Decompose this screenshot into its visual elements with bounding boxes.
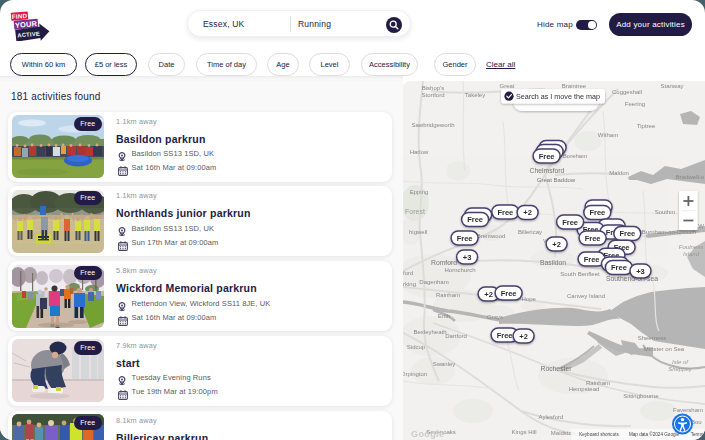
svg-text:Maldon: Maldon: [609, 170, 629, 176]
svg-text:Grays: Grays: [487, 314, 503, 320]
svg-text:Free: Free: [457, 234, 473, 243]
svg-text:Erith: Erith: [438, 313, 450, 319]
svg-text:Boreham: Boreham: [563, 153, 587, 159]
svg-text:Rainham: Rainham: [436, 292, 460, 298]
svg-text:South Benfleet: South Benfleet: [560, 271, 600, 277]
svg-text:Isle of: Isle of: [672, 359, 689, 365]
svg-text:Orpington: Orpington: [403, 371, 427, 377]
svg-text:Keyboard shortcuts: Keyboard shortcuts: [579, 432, 619, 437]
svg-text:Free: Free: [562, 218, 578, 227]
svg-text:Terms: Terms: [691, 432, 704, 437]
svg-text:Great: Great: [499, 83, 514, 89]
svg-text:Free: Free: [584, 255, 600, 264]
svg-text:Map data ©2024 Google: Map data ©2024 Google: [629, 431, 680, 437]
svg-text:Bishop's: Bishop's: [422, 85, 445, 91]
svg-text:Billericay: Billericay: [518, 229, 542, 235]
svg-text:Island: Island: [683, 251, 700, 257]
svg-text:Chelmsford: Chelmsford: [530, 167, 565, 174]
svg-text:Stanway: Stanway: [660, 83, 683, 89]
svg-text:+2: +2: [523, 208, 532, 217]
svg-text:Witham: Witham: [598, 132, 618, 138]
svg-text:Free: Free: [585, 234, 601, 243]
svg-text:Free: Free: [497, 208, 513, 217]
svg-text:Feering: Feering: [625, 101, 645, 107]
svg-text:Bradwell-o: Bradwell-o: [676, 174, 705, 180]
svg-text:Epping: Epping: [410, 189, 429, 195]
svg-text:Swanley: Swanley: [433, 361, 456, 367]
svg-text:Free: Free: [611, 263, 627, 272]
svg-text:Coggeshall: Coggeshall: [612, 89, 642, 95]
svg-text:rking: rking: [403, 281, 416, 287]
svg-text:Free: Free: [497, 331, 513, 340]
svg-text:+3: +3: [636, 267, 645, 276]
svg-text:Brentwood: Brentwood: [477, 233, 506, 239]
svg-text:Sheerness: Sheerness: [638, 335, 667, 341]
svg-text:Romford: Romford: [431, 259, 457, 266]
svg-text:Free: Free: [501, 289, 517, 298]
svg-text:Tiptree: Tiptree: [637, 123, 656, 129]
svg-text:+2: +2: [552, 240, 561, 249]
svg-text:Sittingbourne: Sittingbourne: [623, 393, 659, 399]
svg-text:Minster on Sea: Minster on Sea: [644, 346, 685, 352]
svg-text:Google: Google: [411, 429, 444, 439]
svg-text:FIND: FIND: [12, 12, 28, 20]
svg-text:Dartford: Dartford: [445, 333, 467, 339]
svg-text:Bexleyheath: Bexleyheath: [413, 329, 446, 335]
svg-text:Free: Free: [619, 229, 635, 238]
svg-text:Hempstead: Hempstead: [569, 386, 600, 392]
svg-text:Hornchurch: Hornchurch: [444, 267, 475, 273]
svg-text:Rochester: Rochester: [541, 365, 573, 372]
svg-text:Dagenham: Dagenham: [419, 279, 448, 285]
svg-text:Braintree: Braintree: [562, 83, 587, 89]
svg-text:+2: +2: [519, 332, 528, 341]
svg-text:Sidcup: Sidcup: [407, 344, 426, 350]
svg-text:Harlow: Harlow: [410, 149, 429, 155]
svg-text:higwell: higwell: [409, 229, 427, 235]
svg-text:+3: +3: [463, 253, 472, 262]
svg-text:Free: Free: [539, 152, 555, 161]
svg-text:Free: Free: [589, 208, 605, 217]
svg-text:W: W: [698, 223, 704, 229]
svg-text:Stortford: Stortford: [421, 92, 444, 98]
svg-text:Kings Hill: Kings Hill: [511, 429, 536, 435]
svg-text:Basildon: Basildon: [540, 259, 566, 266]
svg-text:Forest: Forest: [405, 208, 425, 215]
svg-text:Foulness: Foulness: [679, 244, 703, 250]
svg-text:Southm: Southm: [655, 209, 676, 215]
svg-text:Canvey Island: Canvey Island: [567, 293, 605, 299]
svg-text:Sawbridgeworth: Sawbridgeworth: [411, 122, 454, 128]
svg-text:+2: +2: [484, 290, 493, 299]
svg-text:Aylesford: Aylesford: [539, 414, 564, 420]
svg-text:ford: ford: [403, 270, 413, 276]
svg-text:Great Baddow: Great Baddow: [537, 177, 576, 183]
svg-text:Sheppey: Sheppey: [668, 366, 693, 372]
svg-text:Search as I move the map: Search as I move the map: [516, 92, 600, 101]
svg-text:Free: Free: [467, 215, 483, 224]
svg-text:Faversham: Faversham: [673, 407, 703, 413]
svg-text:Takeley: Takeley: [465, 92, 485, 98]
